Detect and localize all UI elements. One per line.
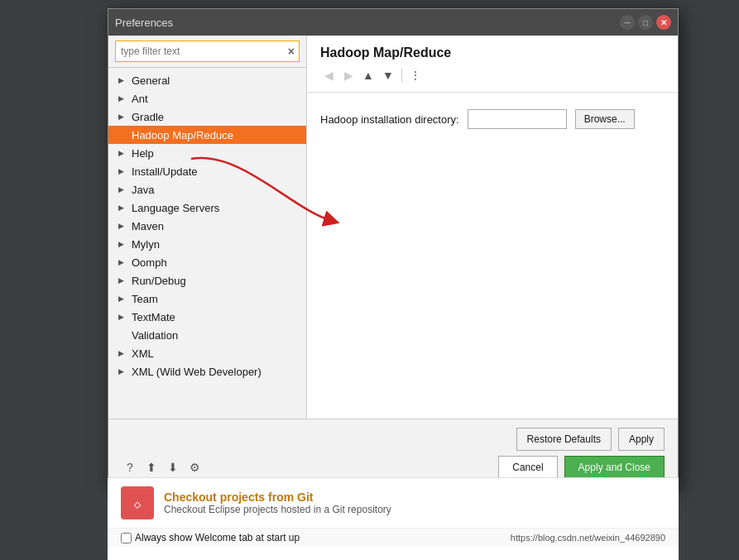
arrow-icon: ▶ (118, 349, 128, 357)
content-body: Hadoop installation directory: Browse... (307, 93, 678, 419)
tree-item-label: Help (132, 147, 154, 160)
toolbar-menu-button[interactable]: ⋮ (407, 67, 424, 84)
hadoop-dir-label: Hadoop installation directory: (320, 113, 459, 126)
always-show-container: Always show Welcome tab at start up (121, 532, 300, 543)
arrow-icon: ▶ (118, 185, 128, 194)
nav-forward-button[interactable]: ▶ (340, 67, 357, 84)
tree-item-label: Ant (132, 93, 148, 105)
tree-item-maven[interactable]: ▶ Maven (108, 217, 306, 235)
nav-down-button[interactable]: ▼ (380, 67, 396, 84)
hadoop-dir-input[interactable] (468, 109, 567, 129)
toolbar-separator (401, 69, 402, 82)
tree-item-mylyn[interactable]: ▶ Mylyn (108, 235, 306, 253)
content-header: Hadoop Map/Reduce ◀ ▶ ▲ ▼ ⋮ (307, 36, 678, 93)
tree-item-label: Language Servers (132, 202, 219, 214)
content-title: Hadoop Map/Reduce (320, 45, 665, 60)
restore-defaults-button[interactable]: Restore Defaults (516, 428, 612, 451)
git-icon: ⬦ (121, 486, 154, 519)
arrow-icon: ▶ (118, 294, 128, 303)
tree-item-label: TextMate (132, 311, 175, 323)
tree-item-xml[interactable]: ▶ XML (108, 344, 306, 362)
arrow-icon: ▶ (118, 313, 128, 321)
tree-item-label: Gradle (132, 111, 164, 123)
filter-box: × (108, 36, 306, 68)
hadoop-dir-row: Hadoop installation directory: Browse... (320, 109, 665, 129)
help-icon[interactable]: ? (122, 459, 138, 476)
bottom-bar-footer: Always show Welcome tab at start up http… (108, 528, 679, 547)
apply-button[interactable]: Apply (618, 428, 665, 451)
tree-item-label: Run/Debug (132, 275, 186, 287)
arrow-icon: ▶ (118, 240, 128, 248)
dialog-titlebar: Preferences ─ □ ✕ (108, 9, 678, 36)
preferences-tree: ▶ General ▶ Ant ▶ Gradle Hadoop Map/Redu… (108, 68, 306, 419)
tree-item-general[interactable]: ▶ General (108, 71, 306, 89)
status-url: https://blog.csdn.net/weixin_44692890 (511, 533, 665, 543)
preferences-sidebar: × ▶ General ▶ Ant ▶ Gradle Hadoop Map/Re… (108, 36, 307, 419)
arrow-icon: ▶ (118, 222, 128, 230)
filter-clear-button[interactable]: × (288, 45, 295, 58)
tree-item-validation[interactable]: Validation (108, 326, 306, 344)
settings-icon[interactable]: ⚙ (186, 459, 203, 476)
arrow-icon: ▶ (118, 149, 128, 157)
dialog-body: × ▶ General ▶ Ant ▶ Gradle Hadoop Map/Re… (108, 36, 678, 419)
import-icon[interactable]: ⬆ (143, 459, 160, 476)
preferences-dialog: Preferences ─ □ ✕ × ▶ General ▶ Ant (108, 8, 679, 488)
arrow-icon: ▶ (118, 258, 128, 266)
always-show-checkbox[interactable] (121, 533, 132, 543)
bottom-content: ⬦ Checkout projects from Git Checkout Ec… (108, 478, 679, 528)
arrow-icon: ▶ (118, 276, 128, 285)
tree-item-ant[interactable]: ▶ Ant (108, 89, 306, 108)
checkout-heading: Checkout projects from Git (164, 491, 391, 504)
nav-up-button[interactable]: ▲ (360, 67, 377, 84)
dialog-title: Preferences (115, 17, 173, 29)
tree-item-label: Team (132, 293, 158, 305)
titlebar-buttons: ─ □ ✕ (620, 15, 671, 30)
tree-item-textmate[interactable]: ▶ TextMate (108, 308, 306, 326)
arrow-icon: ▶ (118, 367, 128, 376)
tree-item-label: XML (132, 347, 154, 360)
tree-item-label: General (132, 74, 170, 87)
filter-input[interactable] (115, 41, 300, 62)
arrow-icon: ▶ (118, 112, 128, 121)
close-button[interactable]: ✕ (656, 15, 671, 30)
tree-item-install-update[interactable]: ▶ Install/Update (108, 162, 306, 180)
tree-item-java[interactable]: ▶ Java (108, 180, 306, 199)
tree-item-team[interactable]: ▶ Team (108, 290, 306, 308)
tree-item-label: Maven (132, 220, 164, 232)
tree-item-label: Mylyn (132, 238, 160, 251)
footer-row-apply: Restore Defaults Apply (122, 428, 665, 451)
tree-item-hadoop[interactable]: Hadoop Map/Reduce (108, 126, 306, 144)
maximize-button[interactable]: □ (638, 15, 653, 30)
always-show-label: Always show Welcome tab at start up (135, 532, 300, 543)
tree-item-oomph[interactable]: ▶ Oomph (108, 253, 306, 271)
arrow-icon: ▶ (118, 203, 128, 212)
bottom-text: Checkout projects from Git Checkout Ecli… (164, 491, 391, 515)
cancel-button[interactable]: Cancel (498, 456, 557, 479)
bottom-panel: ⬦ Checkout projects from Git Checkout Ec… (108, 477, 679, 560)
tree-item-label: Install/Update (132, 165, 198, 178)
footer-icons: ? ⬆ ⬇ ⚙ (122, 459, 203, 476)
footer-action-buttons: Cancel Apply and Close (498, 456, 665, 479)
apply-close-button[interactable]: Apply and Close (564, 456, 665, 479)
tree-item-label: Java (132, 184, 154, 196)
checkout-description: Checkout Eclipse projects hosted in a Gi… (164, 504, 391, 515)
tree-item-label: Hadoop Map/Reduce (132, 129, 233, 141)
export-icon[interactable]: ⬇ (165, 459, 181, 476)
footer-row-main: ? ⬆ ⬇ ⚙ Cancel Apply and Close (122, 456, 665, 479)
browse-button[interactable]: Browse... (575, 109, 635, 129)
arrow-icon: ▶ (118, 76, 128, 84)
arrow-icon: ▶ (118, 167, 128, 175)
content-toolbar: ◀ ▶ ▲ ▼ ⋮ (320, 67, 665, 84)
tree-item-label: Validation (132, 329, 178, 342)
nav-back-button[interactable]: ◀ (320, 67, 337, 84)
content-panel: Hadoop Map/Reduce ◀ ▶ ▲ ▼ ⋮ Hadoop insta… (307, 36, 678, 419)
tree-item-xml-wild[interactable]: ▶ XML (Wild Web Developer) (108, 362, 306, 381)
tree-item-help[interactable]: ▶ Help (108, 144, 306, 162)
tree-item-language-servers[interactable]: ▶ Language Servers (108, 199, 306, 217)
tree-item-gradle[interactable]: ▶ Gradle (108, 108, 306, 126)
tree-item-run-debug[interactable]: ▶ Run/Debug (108, 271, 306, 290)
minimize-button[interactable]: ─ (620, 15, 635, 30)
tree-item-label: XML (Wild Web Developer) (132, 366, 262, 378)
tree-item-label: Oomph (132, 256, 167, 269)
arrow-icon: ▶ (118, 94, 128, 103)
